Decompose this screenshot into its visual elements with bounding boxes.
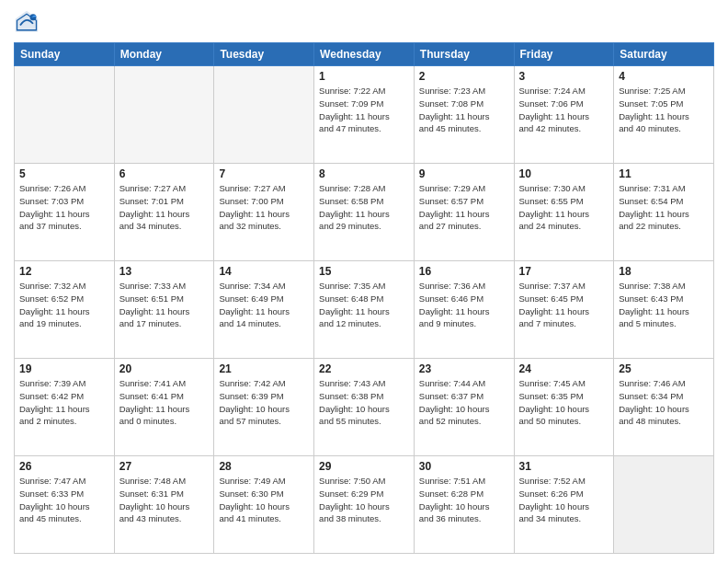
day-number: 28 (219, 460, 309, 473)
calendar-cell (614, 456, 714, 554)
calendar-cell: 15Sunrise: 7:35 AM Sunset: 6:48 PM Dayli… (314, 261, 415, 359)
day-number: 3 (519, 70, 609, 83)
page-container: SundayMondayTuesdayWednesdayThursdayFrid… (0, 0, 728, 563)
calendar-cell: 21Sunrise: 7:42 AM Sunset: 6:39 PM Dayli… (214, 359, 314, 456)
day-number: 11 (619, 167, 709, 180)
calendar-table: SundayMondayTuesdayWednesdayThursdayFrid… (14, 42, 714, 554)
day-number: 1 (319, 70, 409, 83)
day-number: 13 (119, 265, 210, 278)
day-number: 24 (519, 362, 609, 375)
header (14, 9, 714, 35)
logo (14, 9, 43, 35)
day-number: 19 (19, 362, 109, 375)
day-number: 15 (319, 265, 409, 278)
calendar-cell: 29Sunrise: 7:50 AM Sunset: 6:29 PM Dayli… (314, 456, 415, 554)
calendar-cell: 25Sunrise: 7:46 AM Sunset: 6:34 PM Dayli… (614, 359, 714, 456)
calendar-cell: 13Sunrise: 7:33 AM Sunset: 6:51 PM Dayli… (114, 261, 214, 359)
day-info: Sunrise: 7:23 AM Sunset: 7:08 PM Dayligh… (419, 85, 509, 135)
day-info: Sunrise: 7:29 AM Sunset: 6:57 PM Dayligh… (419, 182, 509, 233)
day-info: Sunrise: 7:45 AM Sunset: 6:35 PM Dayligh… (519, 377, 609, 428)
day-number: 21 (219, 362, 309, 375)
day-number: 8 (319, 167, 409, 180)
calendar-cell: 1Sunrise: 7:22 AM Sunset: 7:09 PM Daylig… (314, 66, 415, 164)
day-number: 29 (319, 460, 409, 473)
calendar-cell: 9Sunrise: 7:29 AM Sunset: 6:57 PM Daylig… (414, 164, 514, 261)
calendar-cell: 8Sunrise: 7:28 AM Sunset: 6:58 PM Daylig… (314, 164, 415, 261)
day-number: 18 (619, 265, 709, 278)
calendar-cell: 2Sunrise: 7:23 AM Sunset: 7:08 PM Daylig… (414, 66, 514, 164)
day-info: Sunrise: 7:37 AM Sunset: 6:45 PM Dayligh… (519, 280, 609, 330)
day-number: 23 (419, 362, 509, 375)
column-header-thursday: Thursday (414, 43, 514, 66)
calendar-cell: 3Sunrise: 7:24 AM Sunset: 7:06 PM Daylig… (514, 66, 614, 164)
calendar-week-4: 19Sunrise: 7:39 AM Sunset: 6:42 PM Dayli… (15, 359, 714, 456)
svg-point-2 (30, 14, 37, 20)
day-info: Sunrise: 7:33 AM Sunset: 6:51 PM Dayligh… (119, 280, 210, 330)
day-number: 12 (19, 265, 109, 278)
day-info: Sunrise: 7:35 AM Sunset: 6:48 PM Dayligh… (319, 280, 409, 330)
calendar-week-5: 26Sunrise: 7:47 AM Sunset: 6:33 PM Dayli… (15, 456, 714, 554)
day-info: Sunrise: 7:43 AM Sunset: 6:38 PM Dayligh… (319, 377, 409, 428)
day-info: Sunrise: 7:31 AM Sunset: 6:54 PM Dayligh… (619, 182, 709, 233)
day-number: 31 (519, 460, 609, 473)
calendar-cell: 31Sunrise: 7:52 AM Sunset: 6:26 PM Dayli… (514, 456, 614, 554)
logo-icon (14, 9, 40, 35)
day-info: Sunrise: 7:51 AM Sunset: 6:28 PM Dayligh… (419, 475, 509, 525)
day-number: 27 (119, 460, 210, 473)
day-number: 17 (519, 265, 609, 278)
calendar-week-2: 5Sunrise: 7:26 AM Sunset: 7:03 PM Daylig… (15, 164, 714, 261)
day-info: Sunrise: 7:32 AM Sunset: 6:52 PM Dayligh… (19, 280, 109, 330)
day-number: 4 (619, 70, 709, 83)
day-info: Sunrise: 7:24 AM Sunset: 7:06 PM Dayligh… (519, 85, 609, 135)
calendar-cell (114, 66, 214, 164)
day-info: Sunrise: 7:27 AM Sunset: 7:00 PM Dayligh… (219, 182, 309, 233)
calendar-cell: 14Sunrise: 7:34 AM Sunset: 6:49 PM Dayli… (214, 261, 314, 359)
calendar-cell: 12Sunrise: 7:32 AM Sunset: 6:52 PM Dayli… (15, 261, 115, 359)
column-header-sunday: Sunday (15, 43, 115, 66)
day-info: Sunrise: 7:22 AM Sunset: 7:09 PM Dayligh… (319, 85, 409, 135)
calendar-cell (15, 66, 115, 164)
day-info: Sunrise: 7:38 AM Sunset: 6:43 PM Dayligh… (619, 280, 709, 330)
column-header-saturday: Saturday (614, 43, 714, 66)
calendar-cell: 24Sunrise: 7:45 AM Sunset: 6:35 PM Dayli… (514, 359, 614, 456)
calendar-cell: 19Sunrise: 7:39 AM Sunset: 6:42 PM Dayli… (15, 359, 115, 456)
calendar-cell: 5Sunrise: 7:26 AM Sunset: 7:03 PM Daylig… (15, 164, 115, 261)
column-header-monday: Monday (114, 43, 214, 66)
day-info: Sunrise: 7:42 AM Sunset: 6:39 PM Dayligh… (219, 377, 309, 428)
calendar-cell: 26Sunrise: 7:47 AM Sunset: 6:33 PM Dayli… (15, 456, 115, 554)
day-info: Sunrise: 7:30 AM Sunset: 6:55 PM Dayligh… (519, 182, 609, 233)
calendar-cell: 30Sunrise: 7:51 AM Sunset: 6:28 PM Dayli… (414, 456, 514, 554)
calendar-week-1: 1Sunrise: 7:22 AM Sunset: 7:09 PM Daylig… (15, 66, 714, 164)
calendar-cell: 22Sunrise: 7:43 AM Sunset: 6:38 PM Dayli… (314, 359, 415, 456)
calendar-cell: 28Sunrise: 7:49 AM Sunset: 6:30 PM Dayli… (214, 456, 314, 554)
day-info: Sunrise: 7:36 AM Sunset: 6:46 PM Dayligh… (419, 280, 509, 330)
day-info: Sunrise: 7:46 AM Sunset: 6:34 PM Dayligh… (619, 377, 709, 428)
day-number: 10 (519, 167, 609, 180)
day-info: Sunrise: 7:25 AM Sunset: 7:05 PM Dayligh… (619, 85, 709, 135)
day-number: 14 (219, 265, 309, 278)
day-info: Sunrise: 7:27 AM Sunset: 7:01 PM Dayligh… (119, 182, 210, 233)
calendar-cell: 7Sunrise: 7:27 AM Sunset: 7:00 PM Daylig… (214, 164, 314, 261)
day-info: Sunrise: 7:48 AM Sunset: 6:31 PM Dayligh… (119, 475, 210, 525)
day-info: Sunrise: 7:44 AM Sunset: 6:37 PM Dayligh… (419, 377, 509, 428)
day-number: 25 (619, 362, 709, 375)
calendar-cell: 27Sunrise: 7:48 AM Sunset: 6:31 PM Dayli… (114, 456, 214, 554)
day-number: 5 (19, 167, 109, 180)
day-number: 22 (319, 362, 409, 375)
day-number: 9 (419, 167, 509, 180)
calendar-cell: 11Sunrise: 7:31 AM Sunset: 6:54 PM Dayli… (614, 164, 714, 261)
calendar-header-row: SundayMondayTuesdayWednesdayThursdayFrid… (15, 43, 714, 66)
day-info: Sunrise: 7:52 AM Sunset: 6:26 PM Dayligh… (519, 475, 609, 525)
column-header-tuesday: Tuesday (214, 43, 314, 66)
day-number: 26 (19, 460, 109, 473)
day-number: 6 (119, 167, 210, 180)
calendar-cell: 20Sunrise: 7:41 AM Sunset: 6:41 PM Dayli… (114, 359, 214, 456)
calendar-cell: 16Sunrise: 7:36 AM Sunset: 6:46 PM Dayli… (414, 261, 514, 359)
day-info: Sunrise: 7:39 AM Sunset: 6:42 PM Dayligh… (19, 377, 109, 428)
day-info: Sunrise: 7:41 AM Sunset: 6:41 PM Dayligh… (119, 377, 210, 428)
day-info: Sunrise: 7:49 AM Sunset: 6:30 PM Dayligh… (219, 475, 309, 525)
day-info: Sunrise: 7:50 AM Sunset: 6:29 PM Dayligh… (319, 475, 409, 525)
calendar-cell: 17Sunrise: 7:37 AM Sunset: 6:45 PM Dayli… (514, 261, 614, 359)
day-info: Sunrise: 7:34 AM Sunset: 6:49 PM Dayligh… (219, 280, 309, 330)
calendar-cell: 18Sunrise: 7:38 AM Sunset: 6:43 PM Dayli… (614, 261, 714, 359)
